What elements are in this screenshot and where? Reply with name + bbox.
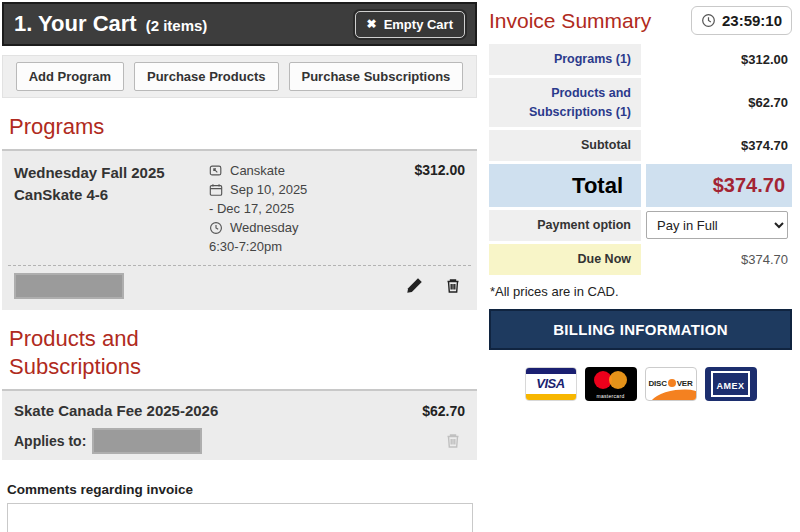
program-category-row: Canskate — [209, 162, 369, 181]
cart-column: 1. Your Cart (2 items) ✖ Empty Cart Add … — [2, 2, 477, 532]
calendar-icon — [209, 183, 223, 197]
pencil-icon — [406, 277, 423, 294]
empty-cart-label: Empty Cart — [384, 17, 453, 32]
product-price: $62.70 — [422, 403, 465, 419]
invoice-summary-heading: Invoice Summary — [489, 9, 651, 33]
applies-to-label: Applies to: — [14, 433, 86, 449]
invoice-summary-panel: Invoice Summary 23:59:10 Programs (1) $3… — [489, 6, 792, 401]
cart-toolbar: Add Program Purchase Products Purchase S… — [2, 55, 477, 98]
due-now-label: Due Now — [489, 244, 641, 275]
trash-icon — [445, 432, 461, 449]
invoice-total-value: $374.70 — [646, 164, 792, 207]
products-heading: Products and Subscriptions — [9, 325, 249, 382]
program-day: Wednesday — [230, 219, 298, 238]
invoice-row-programs-label: Programs (1) — [489, 44, 641, 75]
amex-label: AMEX — [716, 381, 744, 391]
comments-label: Comments regarding invoice — [7, 482, 477, 497]
program-actions — [406, 277, 465, 294]
program-date-start: Sep 10, 2025 — [230, 181, 307, 200]
program-details: Canskate Sep 10, 2025 - Dec 17, 2025 Wed… — [209, 162, 369, 257]
payment-option-select[interactable]: Pay in Full — [646, 211, 788, 239]
empty-cart-button[interactable]: ✖ Empty Cart — [355, 11, 465, 38]
add-program-button[interactable]: Add Program — [16, 62, 124, 91]
program-time-row: 6:30-7:20pm — [209, 238, 369, 257]
delete-product-button[interactable] — [445, 432, 461, 449]
mastercard-card-icon: mastercard — [585, 367, 637, 401]
payment-option-label: Payment option — [489, 210, 641, 241]
due-now-value: $374.70 — [646, 244, 792, 275]
accepted-cards: VISA mastercard DISC VER AMEX — [489, 367, 792, 401]
visa-label: VISA — [536, 376, 564, 391]
product-item-summary: Skate Canada Fee 2025-2026 $62.70 — [14, 402, 465, 419]
x-icon: ✖ — [367, 18, 377, 30]
cart-items-count: (2 items) — [146, 17, 208, 34]
applies-to-name-redacted — [92, 428, 202, 454]
program-time: 6:30-7:20pm — [209, 238, 282, 257]
program-item-summary: Wednesday Fall 2025 CanSkate 4-6 Canskat… — [14, 162, 465, 257]
billing-information-button[interactable]: BILLING INFORMATION — [489, 309, 792, 350]
payment-option-cell: Pay in Full — [646, 210, 792, 241]
programs-heading: Programs — [9, 113, 477, 142]
trash-icon — [445, 277, 461, 294]
timer-value: 23:59:10 — [722, 12, 782, 29]
cart-countdown-timer: 23:59:10 — [691, 6, 792, 35]
program-title-line2: CanSkate 4-6 — [14, 184, 209, 207]
edit-program-button[interactable] — [406, 277, 423, 294]
product-cart-item: Skate Canada Fee 2025-2026 $62.70 Applie… — [2, 389, 477, 460]
comments-textarea[interactable] — [7, 503, 473, 532]
invoice-table: Programs (1) $312.00 Products and Subscr… — [489, 44, 792, 275]
clock-icon — [209, 221, 223, 235]
program-cart-item: Wednesday Fall 2025 CanSkate 4-6 Canskat… — [2, 149, 477, 310]
currency-note: *All prices are in CAD. — [490, 284, 792, 299]
invoice-row-subtotal-label: Subtotal — [489, 130, 641, 161]
program-title: Wednesday Fall 2025 CanSkate 4-6 — [14, 162, 209, 257]
product-title: Skate Canada Fee 2025-2026 — [14, 402, 218, 419]
amex-card-icon: AMEX — [705, 367, 757, 401]
invoice-row-subtotal-value: $374.70 — [646, 130, 792, 161]
program-date-end: - Dec 17, 2025 — [209, 200, 294, 219]
discover-label-right: VER — [677, 379, 693, 388]
program-price: $312.00 — [414, 162, 465, 257]
invoice-row-products-label: Products and Subscriptions (1) — [489, 78, 641, 128]
purchase-products-button[interactable]: Purchase Products — [134, 62, 279, 91]
program-participant-row — [14, 266, 465, 304]
invoice-row-products-value: $62.70 — [646, 78, 792, 128]
product-applies-row: Applies to: — [14, 428, 465, 454]
invoice-total-label: Total — [489, 164, 641, 207]
program-title-line1: Wednesday Fall 2025 — [14, 162, 209, 185]
invoice-row-programs-value: $312.00 — [646, 44, 792, 75]
discover-label-left: DISC — [648, 379, 666, 388]
mastercard-label: mastercard — [585, 393, 637, 399]
product-actions — [445, 432, 465, 449]
page-title: 1. Your Cart — [14, 11, 137, 37]
cart-header: 1. Your Cart (2 items) ✖ Empty Cart — [2, 2, 477, 46]
delete-program-button[interactable] — [445, 277, 461, 294]
cart-page: 1. Your Cart (2 items) ✖ Empty Cart Add … — [0, 0, 800, 532]
purchase-subscriptions-button[interactable]: Purchase Subscriptions — [289, 62, 464, 91]
visa-card-icon: VISA — [525, 367, 577, 401]
program-date-row: Sep 10, 2025 — [209, 181, 369, 200]
discover-o-dot — [668, 379, 676, 387]
program-category: Canskate — [230, 162, 285, 181]
participant-name-redacted — [14, 273, 124, 299]
discover-card-icon: DISC VER — [645, 367, 697, 401]
program-type-icon — [209, 164, 223, 178]
program-date-end-row: - Dec 17, 2025 — [209, 200, 369, 219]
program-day-row: Wednesday — [209, 219, 369, 238]
invoice-header: Invoice Summary 23:59:10 — [489, 6, 792, 35]
clock-icon — [701, 13, 716, 28]
